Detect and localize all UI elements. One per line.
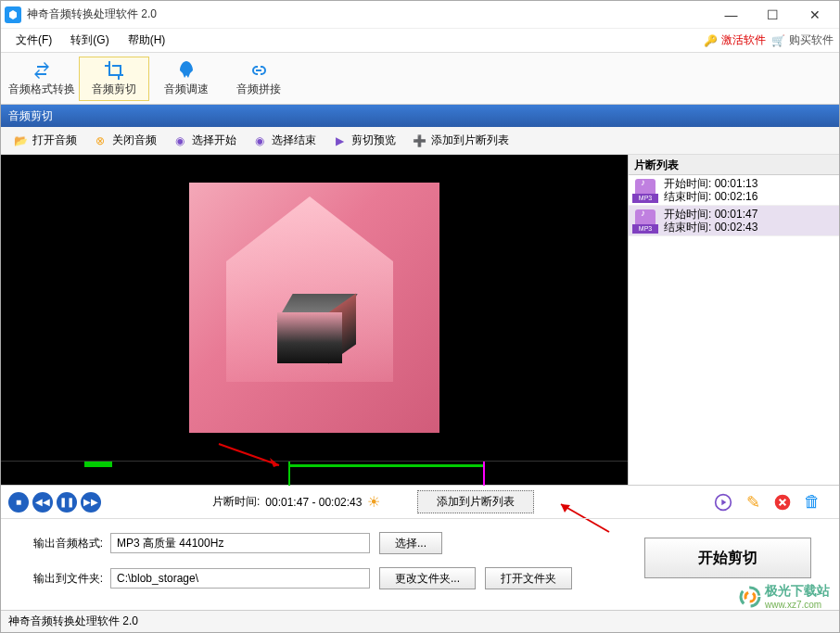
window-title: 神奇音频转换处理软件 2.0 — [27, 6, 157, 22]
annotation-arrow-icon — [214, 439, 288, 473]
menu-goto[interactable]: 转到(G) — [61, 29, 118, 52]
main-area: 片断列表 MP3 开始时间: 00:01:13 结束时间: 00:02:16 M… — [1, 155, 839, 461]
output-folder-label: 输出到文件夹: — [19, 571, 103, 587]
stop-button[interactable]: ■ — [8, 492, 29, 513]
tool-format-convert[interactable]: 音频格式转换 — [6, 57, 77, 101]
window-controls: — ☐ ✕ — [710, 2, 835, 28]
select-format-button[interactable]: 选择... — [379, 532, 442, 554]
title-bar: 神奇音频转换处理软件 2.0 — ☐ ✕ — [1, 1, 839, 29]
timeline-marker-start[interactable] — [288, 462, 290, 486]
menu-bar: 文件(F) 转到(G) 帮助(H) 🔑 激活软件 🛒 购买软件 — [1, 29, 839, 53]
action-preview[interactable]: ▶ 剪切预览 — [324, 130, 403, 152]
tool-join[interactable]: 音频拼接 — [223, 57, 294, 101]
menu-file[interactable]: 文件(F) — [6, 29, 61, 52]
folder-open-icon: 📂 — [12, 133, 29, 149]
action-select-end[interactable]: ◉ 选择结束 — [244, 130, 324, 152]
segment-range: 00:01:47 - 00:02:43 — [265, 496, 362, 509]
clip-list-panel: 片断列表 MP3 开始时间: 00:01:13 结束时间: 00:02:16 M… — [628, 155, 839, 461]
status-text: 神奇音频转换处理软件 2.0 — [8, 614, 138, 629]
action-select-start[interactable]: ◉ 选择开始 — [164, 130, 244, 152]
pause-button[interactable]: ❚❚ — [57, 492, 77, 513]
svg-point-2 — [741, 588, 759, 606]
forward-button[interactable]: ▶▶ — [81, 492, 101, 513]
menu-help[interactable]: 帮助(H) — [119, 29, 175, 52]
clip-list-header: 片断列表 — [629, 155, 839, 175]
open-folder-button[interactable]: 打开文件夹 — [485, 567, 572, 589]
maximize-button[interactable]: ☐ — [752, 2, 794, 28]
watermark-url: www.xz7.com — [765, 600, 830, 610]
watermark-name: 极光下载站 — [765, 583, 830, 600]
timeline-marker-end[interactable] — [483, 462, 485, 486]
action-open-audio[interactable]: 📂 打开音频 — [5, 130, 84, 152]
mp3-icon: MP3 — [632, 208, 658, 234]
close-circle-icon: ⊗ — [92, 133, 108, 149]
main-toolbar: 音频格式转换 音频剪切 音频调速 音频拼接 — [1, 53, 839, 105]
segment-label: 片断时间: — [212, 494, 260, 510]
convert-icon — [31, 59, 53, 82]
play-clip-button[interactable] — [713, 492, 733, 513]
change-folder-button[interactable]: 更改文件夹... — [379, 567, 476, 589]
buy-link[interactable]: 🛒 购买软件 — [771, 32, 834, 48]
section-header: 音频剪切 — [1, 105, 839, 127]
rewind-button[interactable]: ◀◀ — [32, 492, 53, 513]
clear-all-button[interactable]: 🗑 — [802, 492, 822, 513]
edit-clip-button[interactable]: ✎ — [743, 492, 763, 513]
tool-trim[interactable]: 音频剪切 — [79, 57, 149, 101]
clip-item[interactable]: MP3 开始时间: 00:01:13 结束时间: 00:02:16 — [629, 175, 839, 206]
segment-time-info: 片断时间: 00:01:47 - 00:02:43 ☀ — [212, 493, 380, 511]
add-to-clip-list-button[interactable]: 添加到片断列表 — [417, 490, 534, 513]
cube-graphic — [277, 294, 351, 368]
action-add-to-list[interactable]: ➕ 添加到片断列表 — [403, 130, 516, 152]
output-folder-field[interactable] — [110, 568, 370, 589]
mp3-icon: MP3 — [632, 177, 658, 203]
cart-icon: 🛒 — [771, 34, 785, 47]
rocket-icon — [175, 59, 197, 82]
minimize-button[interactable]: — — [710, 2, 752, 28]
link-icon — [248, 59, 270, 82]
timeline-segment — [84, 462, 112, 467]
video-preview — [1, 155, 628, 461]
output-format-field[interactable] — [110, 533, 370, 553]
playback-controls-row: ■ ◀◀ ❚❚ ▶▶ 片断时间: 00:01:47 - 00:02:43 ☀ 添… — [1, 485, 839, 518]
start-trim-button[interactable]: 开始剪切 — [644, 538, 811, 578]
action-bar: 📂 打开音频 ⊗ 关闭音频 ◉ 选择开始 ◉ 选择结束 ▶ 剪切预览 ➕ 添加到… — [1, 127, 839, 155]
playback-controls: ■ ◀◀ ❚❚ ▶▶ — [8, 492, 101, 513]
svg-point-3 — [745, 592, 755, 601]
gear-icon[interactable]: ☀ — [367, 493, 380, 511]
action-close-audio[interactable]: ⊗ 关闭音频 — [84, 130, 164, 152]
activate-link[interactable]: 🔑 激活软件 — [704, 32, 766, 48]
watermark: 极光下载站 www.xz7.com — [739, 583, 830, 610]
tool-speed[interactable]: 音频调速 — [151, 57, 222, 101]
plus-circle-icon: ➕ — [411, 133, 427, 149]
timeline[interactable] — [1, 461, 628, 485]
video-thumbnail — [189, 183, 439, 433]
key-icon: 🔑 — [704, 34, 718, 47]
timeline-segment-active — [288, 464, 483, 467]
output-format-label: 输出音频格式: — [19, 536, 103, 551]
marker-start-icon: ◉ — [172, 133, 188, 149]
play-circle-icon: ▶ — [331, 133, 348, 149]
app-icon — [5, 6, 21, 23]
crop-icon — [103, 59, 125, 82]
marker-end-icon: ◉ — [251, 133, 268, 149]
clip-list: MP3 开始时间: 00:01:13 结束时间: 00:02:16 MP3 开始… — [629, 175, 839, 461]
output-settings-panel: 输出音频格式: 选择... 输出到文件夹: 更改文件夹... 打开文件夹 开始剪… — [1, 518, 839, 615]
clip-item[interactable]: MP3 开始时间: 00:01:47 结束时间: 00:02:43 — [629, 206, 839, 236]
close-button[interactable]: ✕ — [794, 2, 835, 28]
status-bar: 神奇音频转换处理软件 2.0 — [1, 610, 839, 632]
delete-clip-button[interactable] — [772, 492, 793, 513]
aurora-logo-icon — [739, 586, 761, 608]
